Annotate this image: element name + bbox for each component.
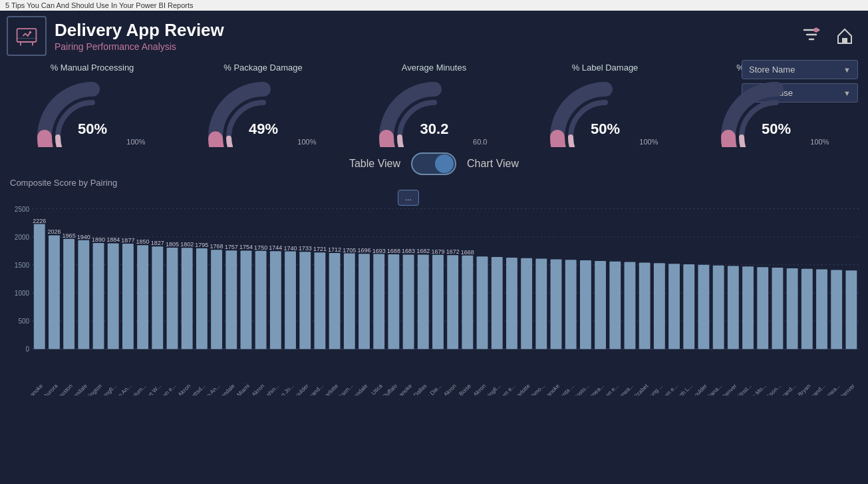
header-icons <box>798 23 858 49</box>
bar-item[interactable] <box>447 255 458 349</box>
store-name-chevron: ▼ <box>843 66 851 74</box>
bar-item[interactable] <box>801 269 813 350</box>
bar-item[interactable] <box>625 262 636 350</box>
header-text: Delivery App Review Pairing Performance … <box>55 20 224 51</box>
svg-text:2500: 2500 <box>15 206 30 213</box>
bar-item[interactable] <box>639 262 651 349</box>
bar-item[interactable] <box>492 257 503 349</box>
bar-item[interactable] <box>506 258 517 349</box>
bar-item[interactable] <box>565 260 577 349</box>
bar-item[interactable] <box>683 264 694 349</box>
bar-item[interactable] <box>270 251 281 349</box>
bar-item[interactable] <box>241 250 252 349</box>
bar-item[interactable] <box>757 267 768 349</box>
bar-item[interactable] <box>329 253 341 349</box>
bar-item[interactable] <box>211 250 222 349</box>
bar-item[interactable] <box>728 266 739 350</box>
bar-item[interactable] <box>93 243 104 349</box>
bar-item[interactable] <box>299 252 311 349</box>
kpi-average-minutes-gauge: 30.2 <box>374 74 494 140</box>
bar-item[interactable] <box>816 270 827 350</box>
svg-text:WH4_Roanoke: WH4_Roanoke <box>12 382 44 395</box>
kpi-package-damage-title: % Package Damage <box>223 63 303 73</box>
svg-text:1696: 1696 <box>357 247 370 254</box>
bar-item[interactable] <box>314 252 325 349</box>
svg-text:1721: 1721 <box>313 246 327 252</box>
bar-item[interactable] <box>477 256 488 349</box>
bar-item[interactable] <box>196 248 208 349</box>
bar-item[interactable] <box>595 261 606 349</box>
svg-text:50%: 50% <box>77 121 106 137</box>
svg-text:1500: 1500 <box>15 262 30 269</box>
svg-text:30.2: 30.2 <box>420 121 448 137</box>
bar-item[interactable] <box>108 243 119 349</box>
svg-text:1672: 1672 <box>446 248 460 255</box>
svg-text:1688: 1688 <box>387 248 400 254</box>
svg-text:2226: 2226 <box>33 218 46 224</box>
bar-item[interactable] <box>388 254 399 349</box>
svg-text:1744: 1744 <box>269 244 282 251</box>
home-icon[interactable] <box>831 23 858 49</box>
svg-text:1693: 1693 <box>372 248 386 254</box>
bar-item[interactable] <box>255 251 267 350</box>
svg-text:1827: 1827 <box>151 240 164 246</box>
bar-item[interactable] <box>225 250 237 349</box>
bar-item[interactable] <box>285 252 296 350</box>
bar-item[interactable] <box>432 255 444 350</box>
header: Delivery App Review Pairing Performance … <box>0 9 868 60</box>
bar-item[interactable] <box>359 254 370 349</box>
svg-text:2000: 2000 <box>15 234 30 241</box>
bar-item[interactable] <box>78 240 89 350</box>
chart-view-label: Chart View <box>467 158 519 170</box>
kpi-label-damage-gauge: 50% <box>545 74 665 140</box>
bar-item[interactable] <box>535 259 547 350</box>
bar-item[interactable] <box>742 266 754 349</box>
bar-item[interactable] <box>713 266 724 350</box>
svg-text:49%: 49% <box>248 121 277 137</box>
bar-item[interactable] <box>580 260 591 349</box>
svg-text:50%: 50% <box>590 121 619 137</box>
warehouse-chevron: ▼ <box>843 89 851 97</box>
bar-item[interactable] <box>521 258 532 350</box>
bar-item[interactable] <box>698 265 710 349</box>
bar-item[interactable] <box>845 270 857 349</box>
svg-rect-3 <box>842 38 847 43</box>
bar-item[interactable] <box>772 268 783 349</box>
svg-text:1750: 1750 <box>254 244 267 251</box>
bar-item[interactable] <box>668 264 680 349</box>
bar-item[interactable] <box>418 254 429 349</box>
bar-item[interactable] <box>831 270 842 349</box>
svg-text:0: 0 <box>26 346 30 353</box>
svg-text:1890: 1890 <box>92 236 105 243</box>
bar-item[interactable] <box>373 254 384 350</box>
bar-item[interactable] <box>167 248 178 349</box>
browser-bar-text: 5 Tips You Can And Should Use In Your Po… <box>5 1 194 9</box>
bar-item[interactable] <box>49 235 60 349</box>
svg-text:500: 500 <box>18 318 29 325</box>
bar-item[interactable] <box>462 256 473 350</box>
svg-text:1754: 1754 <box>239 244 253 250</box>
kpi-average-minutes: Average Minutes30.20.060.0 <box>349 63 519 146</box>
bar-item[interactable] <box>403 254 414 349</box>
bar-item[interactable] <box>609 262 621 350</box>
bar-item[interactable] <box>122 244 134 349</box>
logo-icon <box>15 24 39 48</box>
bar-item[interactable] <box>182 248 193 349</box>
bar-item[interactable] <box>137 245 148 349</box>
bar-item[interactable] <box>34 224 45 350</box>
bar-item[interactable] <box>63 239 74 350</box>
bar-item[interactable] <box>787 268 798 349</box>
svg-text:1850: 1850 <box>136 238 150 245</box>
kpi-label-damage-title: % Label Damage <box>572 63 639 73</box>
bar-item[interactable] <box>654 263 665 349</box>
bar-chart-wrapper: 050010001500200025002226WH4_Roanoke2026W… <box>7 189 861 398</box>
store-name-label: Store Name <box>749 65 795 75</box>
svg-text:1683: 1683 <box>402 248 415 254</box>
bar-item[interactable] <box>152 246 163 349</box>
kpi-average-minutes-title: Average Minutes <box>402 63 466 73</box>
bar-item[interactable] <box>344 254 355 350</box>
bar-item[interactable] <box>551 259 562 349</box>
svg-text:1965: 1965 <box>63 232 76 239</box>
filter-icon[interactable] <box>798 23 825 49</box>
view-toggle[interactable] <box>411 152 456 175</box>
